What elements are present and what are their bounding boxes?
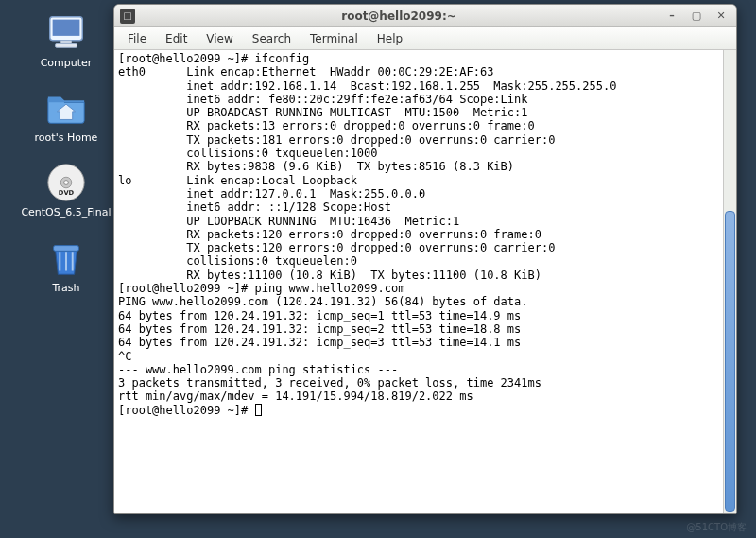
terminal-window: □ root@hello2099:~ – ▢ ✕ File Edit View … (113, 4, 737, 514)
terminal-prompt: [root@hello2099 ~]# (118, 404, 255, 417)
desktop-icon-home[interactable]: root's Home (0, 86, 132, 144)
menu-view[interactable]: View (197, 27, 242, 49)
desktop-icon-disc[interactable]: DVD CentOS_6.5_Final (0, 161, 132, 218)
menu-help[interactable]: Help (368, 27, 412, 49)
terminal-line: RX bytes:9838 (9.6 KiB) TX bytes:8516 (8… (118, 160, 719, 173)
terminal-line: 64 bytes from 120.24.191.32: icmp_seq=3 … (118, 336, 719, 349)
menubar: File Edit View Search Terminal Help (114, 27, 736, 50)
terminal-line: 64 bytes from 120.24.191.32: icmp_seq=1 … (118, 309, 719, 322)
minimize-button[interactable]: – (662, 9, 681, 24)
menu-file[interactable]: File (118, 27, 156, 49)
menu-search[interactable]: Search (243, 27, 301, 49)
desktop-area: Computer root's Home DVD CentOS_6.5_Fina… (0, 0, 132, 538)
dvd-disc-icon: DVD (44, 161, 88, 204)
terminal-line: collisions:0 txqueuelen:0 (118, 254, 719, 268)
terminal-line: inet6 addr: fe80::20c:29ff:fe2e:af63/64 … (118, 93, 719, 106)
desktop-icon-label: root's Home (35, 131, 98, 144)
svg-rect-2 (60, 41, 72, 44)
terminal-line: --- www.hello2099.com ping statistics --… (118, 363, 719, 376)
terminal-line: [root@hello2099 ~]# ifconfig (118, 52, 719, 65)
terminal-line: UP BROADCAST RUNNING MULTICAST MTU:1500 … (118, 106, 719, 119)
window-titlebar[interactable]: □ root@hello2099:~ – ▢ ✕ (114, 5, 736, 27)
cursor-icon (255, 404, 262, 416)
terminal-line: 64 bytes from 120.24.191.32: icmp_seq=2 … (118, 322, 719, 336)
terminal-line: inet addr:192.168.1.14 Bcast:192.168.1.2… (118, 79, 719, 93)
terminal-line: rtt min/avg/max/mdev = 14.191/15.994/18.… (118, 390, 719, 403)
terminal-icon: □ (120, 9, 135, 24)
terminal-line: TX packets:181 errors:0 dropped:0 overru… (118, 133, 719, 147)
close-button[interactable]: ✕ (712, 9, 730, 24)
terminal-line: PING www.hello2099.com (120.24.191.32) 5… (118, 295, 719, 308)
svg-rect-8 (54, 245, 79, 251)
terminal-line: inet addr:127.0.0.1 Mask:255.0.0.0 (118, 187, 719, 200)
terminal-line: [root@hello2099 ~]# ping www.hello2099.c… (118, 282, 719, 295)
desktop-icon-label: Trash (52, 282, 79, 294)
scroll-thumb[interactable] (725, 211, 735, 512)
svg-rect-1 (53, 20, 80, 36)
trash-icon (44, 236, 88, 280)
terminal-line: collisions:0 txqueuelen:1000 (118, 147, 719, 160)
svg-point-6 (64, 181, 69, 185)
terminal-line: TX packets:120 errors:0 dropped:0 overru… (118, 241, 719, 254)
menu-terminal[interactable]: Terminal (301, 27, 368, 49)
terminal-line: eth0 Link encap:Ethernet HWaddr 00:0C:29… (118, 65, 719, 78)
scrollbar[interactable] (723, 50, 736, 513)
svg-text:DVD: DVD (59, 190, 75, 198)
desktop-icon-label: Computer (41, 57, 93, 69)
svg-rect-3 (56, 44, 77, 48)
terminal-line: inet6 addr: ::1/128 Scope:Host (118, 200, 719, 214)
terminal-area: [root@hello2099 ~]# ifconfigeth0 Link en… (114, 50, 736, 513)
terminal-line: lo Link encap:Local Loopback (118, 174, 719, 187)
window-title: root@hello2099:~ (141, 9, 657, 23)
desktop-icon-label: CentOS_6.5_Final (21, 206, 111, 218)
terminal-line: ^C (118, 350, 719, 363)
terminal-output[interactable]: [root@hello2099 ~]# ifconfigeth0 Link en… (114, 50, 723, 513)
desktop-icon-computer[interactable]: Computer (0, 11, 132, 69)
terminal-line: 3 packets transmitted, 3 received, 0% pa… (118, 376, 719, 390)
terminal-prompt-line: [root@hello2099 ~]# (118, 404, 719, 417)
maximize-button[interactable]: ▢ (687, 9, 706, 24)
home-folder-icon (44, 86, 88, 130)
terminal-line: RX packets:13 errors:0 dropped:0 overrun… (118, 119, 719, 132)
terminal-line: RX bytes:11100 (10.8 KiB) TX bytes:11100… (118, 269, 719, 282)
menu-edit[interactable]: Edit (156, 27, 197, 49)
desktop-icon-trash[interactable]: Trash (0, 236, 132, 294)
terminal-line: UP LOOPBACK RUNNING MTU:16436 Metric:1 (118, 215, 719, 228)
terminal-line: RX packets:120 errors:0 dropped:0 overru… (118, 228, 719, 241)
watermark: @51CTO博客 (686, 521, 747, 534)
computer-icon (44, 11, 88, 55)
